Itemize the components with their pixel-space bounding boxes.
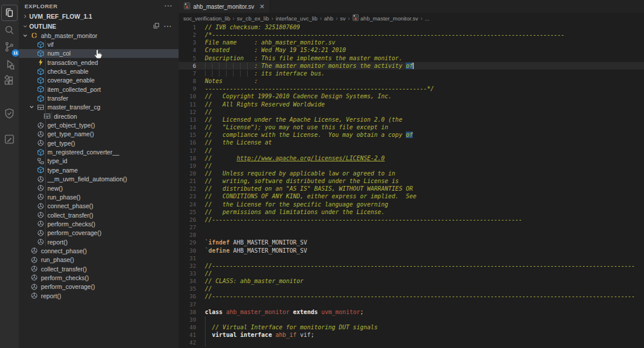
code-line-18[interactable]: 18// http://www.apache.org/licenses/LICE… [179, 154, 644, 162]
tab-ahb-master-monitor[interactable]: ahb_master_monitor.sv ✕ [179, 0, 270, 13]
code-line-38[interactable]: 38class ahb_master_monitor extends uvm_m… [179, 308, 644, 316]
code-line-24[interactable]: 24// the License for the specific langua… [179, 201, 644, 208]
breadcrumb-item[interactable]: ahb_master_monitor.sv [352, 14, 419, 22]
outline-item-ahb_master_monitor[interactable]: ahb_master_monitor [19, 31, 179, 40]
code-line-17[interactable]: 17// [179, 147, 644, 154]
code-line-15[interactable]: 15// compliance with the License. You ma… [179, 131, 644, 139]
line-number: 33 [179, 270, 196, 277]
outline-item-perform_checks[interactable]: perform_checks() [19, 219, 179, 228]
code-line-14[interactable]: 14// "License"); you may not use this fi… [179, 123, 644, 131]
outline-item-m_registered_converter__[interactable]: m_registered_converter__ [19, 147, 179, 156]
outline-item-get_object_type[interactable]: get_object_type() [19, 120, 179, 129]
outline-item-perform_coverage[interactable]: perform_coverage() [19, 229, 179, 237]
outline-item-get_type[interactable]: get_type() [19, 139, 179, 147]
code-line-10[interactable]: 10// Copyright 1999-2010 Cadence Design … [179, 92, 644, 100]
code-line-text: // [196, 285, 212, 292]
section-outline[interactable]: OUTLINE ··· [19, 21, 179, 31]
line-number: 12 [179, 108, 196, 116]
code-line-30[interactable]: 30`define AHB_MASTER_MONITOR_SV [179, 247, 644, 254]
code-line-40[interactable]: 40 // Virtual Interface for monitoring D… [179, 323, 644, 331]
activity-item-search-icon[interactable] [1, 22, 18, 39]
outline-item-label: direction [52, 113, 77, 120]
outline-item-new[interactable]: new() [19, 184, 179, 192]
code-line-3[interactable]: 3File name : ahb_master_monitor.sv [179, 39, 644, 46]
activity-item-explorer-icon[interactable] [1, 5, 18, 21]
collapse-all-icon[interactable] [153, 22, 160, 30]
breadcrumb-item[interactable]: interface_uvc_lib [276, 15, 317, 22]
outline-item-transfer[interactable]: transfer [19, 94, 179, 102]
outline-item-label: item_collected_port [45, 86, 101, 93]
code-line-7[interactable]: 7 : its interface bus. [179, 70, 644, 77]
outline-item-type_id[interactable]: type_id [19, 157, 179, 166]
code-line-39[interactable]: 39 [179, 316, 644, 323]
code-line-31[interactable]: 31 [179, 254, 644, 262]
section-uvm-ref-flow[interactable]: UVM_REF_FLOW_1.1 [19, 12, 179, 21]
code-line-42[interactable]: 42 [179, 339, 644, 346]
code-line-1[interactable]: 1// IVB checksum: 3251807609 [179, 23, 644, 31]
outline-item-connect_phase[interactable]: connect_phase() [19, 246, 179, 255]
close-icon[interactable]: ✕ [257, 3, 265, 11]
code-line-25[interactable]: 25// permissions and limitations under t… [179, 208, 644, 216]
code-line-20[interactable]: 20// Unless required by applicable law o… [179, 170, 644, 177]
code-line-22[interactable]: 22// distributed on an "AS IS" BASIS, WI… [179, 185, 644, 192]
chevron-down-icon[interactable] [21, 32, 29, 39]
outline-item-collect_transfer[interactable]: collect_transfer() [19, 264, 179, 273]
outline-item-report[interactable]: report() [19, 237, 179, 246]
code-line-41[interactable]: 41 virtual interface ahb_if vif; [179, 331, 644, 339]
activity-item-extensions-icon[interactable] [1, 73, 18, 89]
outline-item-type_name[interactable]: type_name [19, 166, 179, 174]
outline-item-master_transfer_cg[interactable]: master_transfer_cg [19, 103, 179, 112]
breadcrumb-item[interactable]: ahb [324, 15, 334, 22]
code-line-4[interactable]: 4Created : Wed May 19 15:42:21 2010 [179, 46, 644, 54]
explorer-header: EXPLORER ··· [19, 0, 179, 12]
code-line-5[interactable]: 5Description : This file implements the … [179, 54, 644, 62]
chevron-down-icon[interactable] [28, 104, 36, 111]
code-area[interactable]: 1// IVB checksum: 32518076092/*---------… [179, 23, 644, 348]
code-line-11[interactable]: 11// All Rights Reserved Worldwide [179, 101, 644, 108]
code-line-32[interactable]: 32//------------------------------------… [179, 262, 644, 270]
activity-item-source-control-icon[interactable]: 11 [1, 39, 18, 55]
code-line-19[interactable]: 19// [179, 162, 644, 170]
outline-item-collect_transfer[interactable]: collect_transfer() [19, 211, 179, 219]
code-line-13[interactable]: 13// Licensed under the Apache License, … [179, 116, 644, 123]
outline-item-__m_uvm_field_automation[interactable]: __m_uvm_field_automation() [19, 175, 179, 184]
activity-item-editor-playground-icon[interactable] [1, 131, 18, 147]
code-line-34[interactable]: 34// CLASS: ahb_master_monitor [179, 277, 644, 285]
code-line-16[interactable]: 16// the License at [179, 139, 644, 146]
code-line-26[interactable]: 26//------------------------------------… [179, 216, 644, 223]
outline-item-get_type_name[interactable]: get_type_name() [19, 130, 179, 139]
outline-item-connect_phase[interactable]: connect_phase() [19, 202, 179, 211]
code-line-28[interactable]: 28 [179, 231, 644, 239]
code-line-29[interactable]: 29`ifndef AHB_MASTER_MONITOR_SV [179, 239, 644, 246]
code-line-2[interactable]: 2/*-------------------------------------… [179, 31, 644, 39]
breadcrumb-item[interactable]: soc_verification_lib [183, 15, 230, 22]
code-line-33[interactable]: 33// [179, 270, 644, 277]
outline-item-perform_coverage[interactable]: perform_coverage() [19, 282, 179, 291]
outline-more-actions-icon[interactable]: ··· [164, 24, 172, 29]
activity-item-run-and-debug-icon[interactable] [1, 56, 18, 73]
code-line-36[interactable]: 36//------------------------------------… [179, 292, 644, 300]
outline-item-direction[interactable]: direction [19, 112, 179, 120]
code-line-37[interactable]: 37 [179, 301, 644, 308]
code-line-8[interactable]: 8Notes : [179, 77, 644, 85]
outline-item-checks_enable[interactable]: checks_enable [19, 67, 179, 75]
outline-item-report[interactable]: report() [19, 291, 179, 300]
code-line-12[interactable]: 12// [179, 108, 644, 116]
outline-item-vif[interactable]: vif [19, 40, 179, 49]
code-line-21[interactable]: 21// writing, software distributed under… [179, 177, 644, 185]
outline-item-run_phase[interactable]: run_phase() [19, 192, 179, 201]
outline-item-coverage_enable[interactable]: coverage_enable [19, 76, 179, 85]
code-line-23[interactable]: 23// CONDITIONS OF ANY KIND, either expr… [179, 192, 644, 200]
explorer-more-actions-icon[interactable]: ··· [165, 4, 173, 8]
code-line-27[interactable]: 27 [179, 223, 644, 231]
outline-item-item_collected_port[interactable]: item_collected_port [19, 85, 179, 94]
breadcrumb-item[interactable]: sv_cb_ex_lib [237, 15, 269, 22]
code-line-35[interactable]: 35// [179, 285, 644, 292]
code-line-9[interactable]: 9---------------------------------------… [179, 85, 644, 92]
breadcrumb-item[interactable]: sv [340, 15, 346, 22]
outline-item-run_phase[interactable]: run_phase() [19, 256, 179, 264]
activity-item-testing-icon[interactable] [1, 105, 18, 122]
code-line-6[interactable]: 6 : The master monitor monitors the acti… [179, 62, 644, 70]
outline-item-perform_checks[interactable]: perform_checks() [19, 273, 179, 282]
breadcrumb-item[interactable]: ... [425, 15, 430, 22]
